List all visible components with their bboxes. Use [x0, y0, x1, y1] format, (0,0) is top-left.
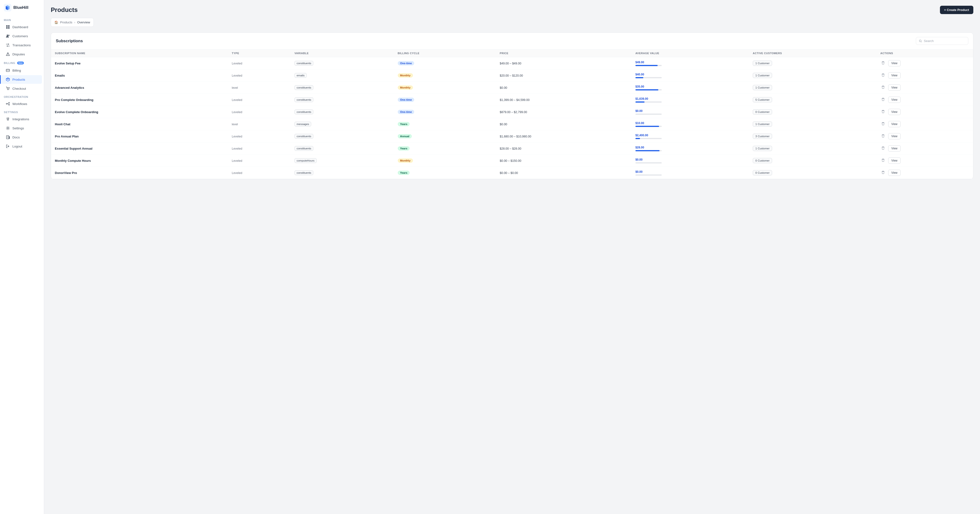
sidebar-item-docs[interactable]: Docs	[2, 133, 42, 142]
customers-badge: 0 Customer	[753, 158, 772, 163]
sidebar-label-transactions: Transactions	[13, 43, 31, 47]
subscriptions-title: Subscriptions	[56, 39, 83, 43]
col-name: SUBSCRIPTION NAME	[51, 49, 228, 57]
view-button[interactable]: View	[888, 170, 900, 176]
subscription-type: Leveled	[232, 147, 242, 150]
billing-icon	[6, 68, 10, 73]
view-button[interactable]: View	[888, 121, 900, 127]
customers-badge: 3 Customer	[753, 134, 772, 139]
table-row: Essential Support Annual Leveled constit…	[51, 142, 973, 155]
table-row: Pro Annual Plan Leveled constituents Ann…	[51, 130, 973, 142]
avg-amount: $28.00	[635, 146, 745, 149]
price-range: $0.00 – $150.00	[500, 159, 521, 163]
delete-button[interactable]	[880, 170, 886, 176]
avg-amount: $40.00	[635, 73, 745, 76]
table-row: Evolve Setup Fee Leveled constituents On…	[51, 57, 973, 69]
variable-badge: messages	[294, 122, 311, 126]
view-button[interactable]: View	[888, 85, 900, 91]
svg-point-13	[7, 128, 9, 129]
progress-bar-bg	[635, 150, 662, 151]
actions-cell: View	[880, 158, 969, 164]
svg-point-11	[9, 102, 10, 103]
delete-button[interactable]	[880, 109, 886, 115]
progress-bar-bg	[635, 162, 662, 163]
customers-badge: 1 Customer	[753, 121, 772, 127]
col-actions: ACTIONS	[877, 49, 973, 57]
avg-amount: $0.00	[635, 170, 745, 174]
table-row: Monthly Compute Hours Leveled computeHou…	[51, 155, 973, 167]
progress-bar-fill	[635, 126, 659, 127]
billing-cycle-badge: Years	[398, 146, 410, 150]
svg-rect-3	[6, 27, 8, 29]
search-input[interactable]	[924, 39, 965, 43]
avg-amount: $0.00	[635, 158, 745, 161]
delete-button[interactable]	[880, 158, 886, 164]
view-button[interactable]: View	[888, 145, 900, 152]
view-button[interactable]: View	[888, 72, 900, 78]
sidebar-item-checkout[interactable]: Checkout	[2, 84, 42, 93]
section-main-label: Main	[0, 16, 44, 22]
svg-point-6	[8, 35, 10, 36]
avg-amount: $10.00	[635, 121, 745, 125]
subscription-type: Leveled	[232, 62, 242, 65]
svg-rect-1	[6, 25, 8, 27]
subscription-type: level	[232, 123, 238, 126]
search-box[interactable]	[916, 37, 968, 45]
view-button[interactable]: View	[888, 133, 900, 139]
avg-value-cell: $10.00	[632, 118, 749, 130]
sidebar-item-billing[interactable]: Billing	[2, 66, 42, 75]
sidebar-item-disputes[interactable]: Disputes	[2, 50, 42, 59]
subscription-name: Hooli Chat	[55, 123, 70, 126]
view-button[interactable]: View	[888, 109, 900, 115]
customers-badge: 1 Customer	[753, 73, 772, 78]
table-row: Advanced Analytics level constituents Mo…	[51, 81, 973, 94]
sidebar-item-transactions[interactable]: Transactions	[2, 41, 42, 49]
sidebar-item-logout[interactable]: Logout	[2, 142, 42, 150]
subscription-name: Pro Annual Plan	[55, 134, 79, 138]
delete-button[interactable]	[880, 97, 886, 103]
sidebar-item-settings[interactable]: Settings	[2, 124, 42, 132]
col-billing: BILLING CYCLE	[394, 49, 496, 57]
subscription-type: Leveled	[232, 135, 242, 138]
actions-cell: View	[880, 85, 969, 91]
sidebar-item-workflows[interactable]: Workflows	[2, 99, 42, 108]
price-range: $1,399.00 – $4,599.00	[500, 98, 530, 102]
svg-point-9	[8, 89, 9, 90]
breadcrumb: 🏠 Products › Overview	[51, 18, 94, 27]
delete-button[interactable]	[880, 85, 886, 91]
price-range: $1,680.00 – $10,980.00	[500, 135, 531, 138]
delete-button[interactable]	[880, 145, 886, 152]
customers-badge: 0 Customer	[753, 170, 772, 176]
delete-button[interactable]	[880, 72, 886, 78]
sidebar-item-customers[interactable]: Customers	[2, 32, 42, 40]
view-button[interactable]: View	[888, 97, 900, 103]
avg-value-cell: $49.00	[632, 57, 749, 69]
variable-badge: constituents	[294, 85, 313, 90]
view-button[interactable]: View	[888, 158, 900, 164]
svg-rect-7	[6, 69, 10, 72]
progress-bar-bg	[635, 65, 662, 66]
sidebar: BlueHill Main Dashboard Customers Transa…	[0, 0, 44, 514]
table-row: DonorView Pro Leveled constituents Years…	[51, 167, 973, 179]
actions-cell: View	[880, 72, 969, 78]
col-avg: AVERAGE VALUE	[632, 49, 749, 57]
sidebar-label-products: Products	[13, 78, 25, 81]
users-icon	[6, 34, 10, 38]
delete-button[interactable]	[880, 121, 886, 127]
variable-badge: constituents	[294, 146, 313, 151]
breadcrumb-current: Overview	[77, 21, 90, 24]
actions-cell: View	[880, 60, 969, 66]
view-button[interactable]: View	[888, 60, 900, 66]
avg-value-cell: $35.00	[632, 81, 749, 94]
sidebar-label-logout: Logout	[13, 145, 22, 148]
table-row: Evolve Complete Onboarding Leveled const…	[51, 106, 973, 118]
delete-button[interactable]	[880, 133, 886, 139]
sidebar-item-integrations[interactable]: Integrations	[2, 115, 42, 123]
delete-button[interactable]	[880, 60, 886, 66]
sidebar-item-products[interactable]: Products	[0, 75, 42, 84]
create-product-button[interactable]: + Create Product	[940, 6, 973, 14]
actions-cell: View	[880, 109, 969, 115]
progress-bar-bg	[635, 126, 662, 127]
variable-badge: constituents	[294, 170, 313, 175]
sidebar-item-dashboard[interactable]: Dashboard	[2, 23, 42, 31]
